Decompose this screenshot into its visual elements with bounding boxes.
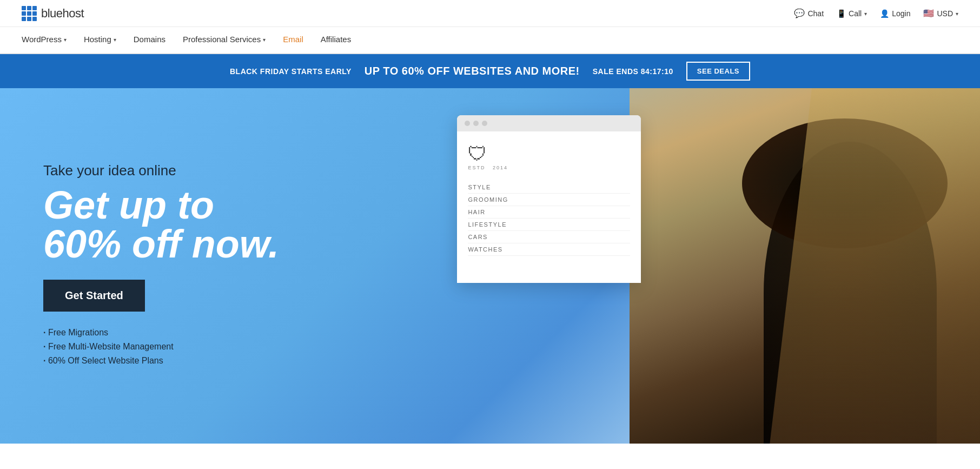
hero-section: Take your idea online Get up to60% off n…: [0, 88, 980, 444]
hosting-dropdown-arrow: ▾: [114, 37, 116, 43]
phone-icon: 📱: [837, 9, 846, 18]
hero-tagline: Take your idea online: [43, 162, 419, 179]
browser-menu-item-grooming: GROOMING: [468, 194, 630, 206]
browser-menu-item-watches: WATCHES: [468, 243, 630, 256]
nav-hosting-label: Hosting: [84, 35, 111, 44]
promo-text-1: BLACK FRIDAY STARTS EARLY: [230, 67, 352, 76]
browser-site-logo: 🛡 ESTD 2014: [468, 144, 630, 170]
top-bar: bluehost 💬 Chat 📱 Call ▾ 👤 Login 🇺🇸 USD …: [0, 0, 980, 27]
chat-icon: 💬: [794, 8, 805, 18]
pro-services-dropdown-arrow: ▾: [263, 37, 266, 43]
browser-menu-item-lifestyle: LIFESTYLE: [468, 219, 630, 231]
nav-item-email[interactable]: Email: [274, 27, 312, 53]
nav-pro-services-label: Professional Services: [183, 35, 261, 44]
nav-affiliates-label: Affiliates: [321, 35, 351, 44]
browser-mock: 🛡 ESTD 2014 STYLE GROOMING HAIR LIFESTYL…: [457, 115, 641, 283]
nav-item-domains[interactable]: Domains: [125, 27, 174, 53]
promo-timer: SALE ENDS 84:17:10: [593, 67, 673, 76]
hero-cta-button[interactable]: Get Started: [43, 280, 145, 312]
currency-label: USD: [937, 9, 953, 18]
hero-feature-2: Free Multi-Website Management: [43, 342, 419, 352]
browser-content: 🛡 ESTD 2014 STYLE GROOMING HAIR LIFESTYL…: [457, 131, 641, 283]
promo-banner: BLACK FRIDAY STARTS EARLY UP TO 60% OFF …: [0, 54, 980, 88]
call-link[interactable]: 📱 Call ▾: [837, 9, 867, 18]
currency-dropdown-arrow: ▾: [956, 11, 958, 17]
browser-menu-item-hair: HAIR: [468, 206, 630, 219]
hero-right-visual: 🛡 ESTD 2014 STYLE GROOMING HAIR LIFESTYL…: [441, 88, 980, 444]
browser-nav-menu: STYLE GROOMING HAIR LIFESTYLE CARS WATCH…: [468, 181, 630, 256]
person-icon: 👤: [880, 9, 889, 18]
hero-background-photo: [630, 88, 980, 444]
nav-email-label: Email: [283, 35, 303, 44]
logo-grid-icon: [22, 6, 37, 21]
call-dropdown-arrow: ▾: [864, 11, 867, 17]
browser-dot-1: [465, 121, 470, 126]
nav-domains-label: Domains: [134, 35, 165, 44]
currency-link[interactable]: 🇺🇸 USD ▾: [923, 8, 958, 18]
hero-feature-3: 60% Off Select Website Plans: [43, 356, 419, 366]
site-logo-subtext: ESTD 2014: [468, 165, 630, 170]
logo-text: bluehost: [41, 6, 84, 21]
login-link[interactable]: 👤 Login: [880, 9, 910, 18]
browser-chrome: [457, 115, 641, 131]
top-right-nav: 💬 Chat 📱 Call ▾ 👤 Login 🇺🇸 USD ▾: [794, 8, 958, 18]
promo-text-2: UP TO 60% OFF WEBSITES AND MORE!: [365, 65, 580, 77]
hero-left-content: Take your idea online Get up to60% off n…: [0, 88, 441, 444]
wordpress-dropdown-arrow: ▾: [64, 37, 67, 43]
browser-menu-item-style: STYLE: [468, 181, 630, 194]
nav-item-hosting[interactable]: Hosting ▾: [75, 27, 125, 53]
logo-link[interactable]: bluehost: [22, 6, 84, 21]
promo-cta-button[interactable]: SEE DEALS: [686, 62, 750, 81]
chat-link[interactable]: 💬 Chat: [794, 8, 824, 18]
hero-features-list: Free Migrations Free Multi-Website Manag…: [43, 328, 419, 370]
login-label: Login: [892, 9, 910, 18]
browser-menu-item-cars: CARS: [468, 231, 630, 243]
nav-wordpress-label: WordPress: [22, 35, 62, 44]
flag-icon: 🇺🇸: [923, 8, 934, 18]
main-nav: WordPress ▾ Hosting ▾ Domains Profession…: [0, 27, 980, 54]
hero-headline: Get up to60% off now.: [43, 186, 419, 263]
nav-item-professional-services[interactable]: Professional Services ▾: [174, 27, 274, 53]
site-logo-icon: 🛡: [468, 144, 630, 164]
call-label: Call: [849, 9, 862, 18]
promo-timer-label: SALE ENDS: [593, 67, 639, 76]
browser-dot-2: [473, 121, 479, 126]
browser-dot-3: [482, 121, 487, 126]
hero-feature-1: Free Migrations: [43, 328, 419, 338]
nav-item-wordpress[interactable]: WordPress ▾: [22, 27, 75, 53]
chat-label: Chat: [807, 9, 824, 18]
nav-item-affiliates[interactable]: Affiliates: [312, 27, 360, 53]
promo-timer-value: 84:17:10: [641, 67, 673, 76]
